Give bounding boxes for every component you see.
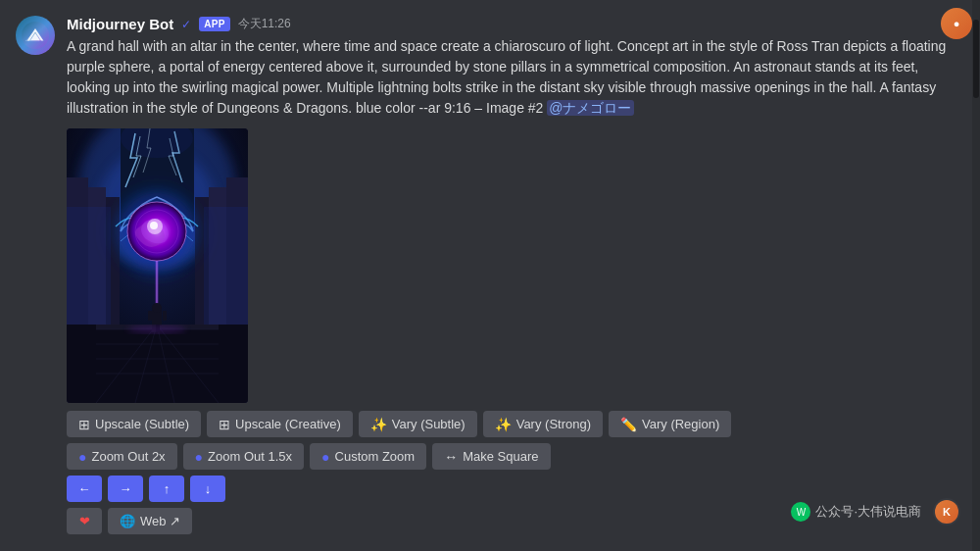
- svg-rect-42: [67, 207, 111, 325]
- chat-container: Midjourney Bot ✓ APP 今天11:26 A grand hal…: [0, 0, 980, 534]
- wechat-icon: W: [791, 502, 810, 522]
- buttons-row-3: ← → ↑ ↓: [67, 476, 964, 502]
- svg-point-22: [150, 222, 158, 229]
- message-row: Midjourney Bot ✓ APP 今天11:26 A grand hal…: [16, 16, 964, 534]
- scrollbar[interactable]: [972, 0, 980, 551]
- vary-strong-icon: ✨: [495, 418, 512, 431]
- vary-subtle-label: Vary (Subtle): [392, 417, 466, 431]
- zoom-out-2x-button[interactable]: ● Zoom Out 2x: [67, 443, 177, 470]
- custom-zoom-label: Custom Zoom: [335, 449, 416, 464]
- image-suffix: – Image #2: [474, 100, 547, 116]
- heart-button[interactable]: ❤: [67, 508, 102, 534]
- zoom-1-5x-icon: ●: [195, 450, 203, 464]
- message-header: Midjourney Bot ✓ APP 今天11:26: [67, 16, 964, 32]
- vary-region-button[interactable]: ✏️ Vary (Region): [609, 411, 731, 437]
- vary-region-icon: ✏️: [620, 418, 637, 431]
- svg-point-36: [152, 303, 162, 313]
- user-avatar-top-right: ●: [941, 8, 972, 39]
- vary-region-label: Vary (Region): [642, 417, 719, 431]
- custom-zoom-button[interactable]: ● Custom Zoom: [310, 443, 426, 470]
- heart-icon: ❤: [79, 514, 90, 528]
- zoom-out-2x-label: Zoom Out 2x: [91, 449, 165, 464]
- k-badge: K: [933, 498, 960, 526]
- svg-rect-40: [163, 311, 167, 321]
- svg-point-41: [127, 326, 186, 333]
- mention: @ナメゴロー: [547, 100, 633, 116]
- make-square-button[interactable]: ↔ Make Square: [432, 443, 550, 470]
- arrow-up-icon: ↑: [164, 481, 171, 496]
- zoom-out-1-5x-label: Zoom Out 1.5x: [208, 449, 292, 464]
- upscale-creative-button[interactable]: ⊞ Upscale (Creative): [207, 411, 353, 437]
- watermark: W 公众号·大伟说电商: [791, 502, 921, 522]
- arrow-right-button[interactable]: →: [108, 476, 143, 502]
- watermark-text: 公众号·大伟说电商: [815, 503, 921, 521]
- web-icon: 🌐: [120, 514, 135, 528]
- make-square-label: Make Square: [463, 449, 538, 464]
- bot-avatar: [16, 16, 55, 55]
- timestamp: 今天11:26: [238, 16, 291, 32]
- arrow-right-icon: →: [120, 481, 132, 496]
- app-badge: APP: [199, 17, 229, 31]
- vary-subtle-button[interactable]: ✨ Vary (Subtle): [359, 411, 477, 437]
- bot-name: Midjourney Bot: [67, 16, 173, 32]
- upscale-subtle-button[interactable]: ⊞ Upscale (Subtle): [67, 411, 201, 437]
- make-square-icon: ↔: [444, 450, 458, 464]
- buttons-row-1: ⊞ Upscale (Subtle) ⊞ Upscale (Creative) …: [67, 411, 964, 437]
- svg-rect-43: [204, 207, 248, 325]
- scrollbar-thumb[interactable]: [973, 20, 979, 98]
- vary-subtle-icon: ✨: [370, 418, 387, 431]
- generated-image: [67, 128, 248, 403]
- message-content: Midjourney Bot ✓ APP 今天11:26 A grand hal…: [67, 16, 964, 534]
- upscale-creative-icon: ⊞: [219, 418, 230, 431]
- upscale-subtle-label: Upscale (Subtle): [95, 417, 189, 431]
- arrow-up-button[interactable]: ↑: [149, 476, 184, 502]
- arrow-left-button[interactable]: ←: [67, 476, 102, 502]
- arrow-left-icon: ←: [78, 481, 91, 496]
- zoom-out-1-5x-button[interactable]: ● Zoom Out 1.5x: [183, 443, 304, 470]
- arrow-down-button[interactable]: ↓: [190, 476, 225, 502]
- svg-rect-23: [67, 325, 248, 403]
- buttons-row-2: ● Zoom Out 2x ● Zoom Out 1.5x ● Custom Z…: [67, 443, 964, 470]
- arrow-down-icon: ↓: [205, 481, 212, 496]
- svg-rect-39: [148, 311, 152, 321]
- upscale-subtle-icon: ⊞: [78, 418, 90, 431]
- custom-zoom-icon: ●: [321, 450, 329, 464]
- web-button[interactable]: 🌐 Web ↗: [108, 508, 192, 534]
- upscale-creative-label: Upscale (Creative): [235, 417, 341, 431]
- vary-strong-button[interactable]: ✨ Vary (Strong): [483, 411, 603, 437]
- message-text: A grand hall with an altar in the center…: [67, 36, 949, 119]
- web-label: Web ↗: [140, 514, 180, 528]
- vary-strong-label: Vary (Strong): [516, 417, 591, 431]
- user-avatar-k: K: [935, 500, 958, 524]
- verified-icon: ✓: [181, 18, 191, 31]
- zoom-2x-icon: ●: [78, 450, 86, 464]
